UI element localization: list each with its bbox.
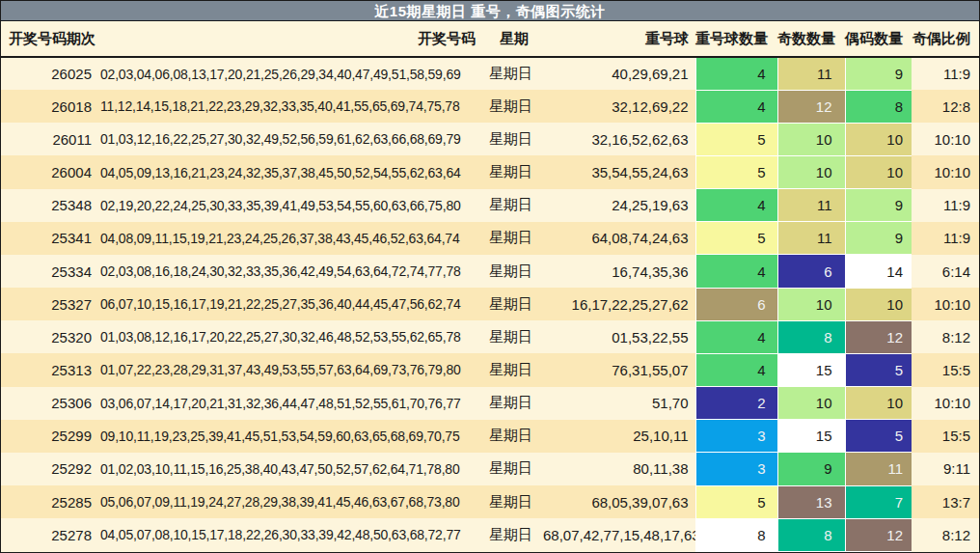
cell-period: 25306 [1, 387, 93, 420]
cell-weekday: 星期日 [483, 453, 543, 485]
cell-even-count: 10 [845, 288, 912, 320]
cell-odd-count: 11 [777, 222, 845, 255]
cell-odd-even-ratio: 10:10 [912, 288, 980, 320]
cell-odd-count: 15 [777, 420, 845, 453]
cell-repeat-balls: 32,16,52,62,63 [543, 123, 695, 155]
cell-period: 25278 [1, 518, 93, 551]
table-row: 25278 04,05,07,08,10,15,17,18,22,26,30,3… [1, 518, 980, 551]
cell-odd-even-ratio: 6:14 [912, 255, 980, 288]
cell-odd-count: 10 [777, 155, 845, 188]
cell-odd-count: 15 [777, 353, 845, 386]
cell-odd-count: 8 [777, 518, 845, 551]
cell-weekday: 星期日 [483, 123, 543, 155]
cell-repeat-count: 5 [695, 123, 777, 155]
cell-odd-count: 10 [777, 123, 845, 155]
cell-even-count: 5 [845, 420, 912, 453]
cell-odd-even-ratio: 15:5 [912, 420, 980, 453]
cell-even-count: 8 [845, 90, 912, 123]
cell-even-count: 7 [845, 485, 912, 518]
cell-odd-even-ratio: 15:5 [912, 353, 980, 386]
cell-weekday: 星期日 [483, 353, 543, 386]
cell-draw-numbers: 02,03,04,06,08,13,17,20,21,25,26,29,34,4… [93, 57, 483, 90]
table-row: 25292 01,02,03,10,11,15,16,25,38,40,43,4… [1, 453, 980, 485]
cell-repeat-balls: 24,25,19,63 [543, 189, 695, 222]
cell-weekday: 星期日 [483, 485, 543, 518]
col-header-weekday: 星期 [483, 21, 543, 57]
table-row: 26025 02,03,04,06,08,13,17,20,21,25,26,2… [1, 57, 980, 90]
table-row: 25334 02,03,08,16,18,24,30,32,33,35,36,4… [1, 255, 980, 288]
cell-even-count: 11 [845, 453, 912, 485]
cell-draw-numbers: 02,03,08,16,18,24,30,32,33,35,36,42,49,5… [93, 255, 483, 288]
cell-repeat-count: 6 [695, 288, 777, 320]
cell-period: 26025 [1, 57, 93, 90]
cell-period: 25292 [1, 453, 93, 485]
cell-period: 25348 [1, 189, 93, 222]
cell-even-count: 9 [845, 57, 912, 90]
cell-odd-even-ratio: 12:8 [912, 90, 980, 123]
cell-repeat-balls: 16,17,22,25,27,62 [543, 288, 695, 320]
cell-period: 25285 [1, 485, 93, 518]
cell-repeat-balls: 51,70 [543, 387, 695, 420]
cell-odd-count: 12 [777, 90, 845, 123]
cell-draw-numbers: 01,02,03,10,11,15,16,25,38,40,43,47,50,5… [93, 453, 483, 485]
col-header-odd-count: 奇数数量 [777, 21, 845, 57]
cell-repeat-count: 4 [695, 255, 777, 288]
cell-odd-even-ratio: 11:9 [912, 189, 980, 222]
cell-draw-numbers: 04,08,09,11,15,19,21,23,24,25,26,37,38,4… [93, 222, 483, 255]
cell-repeat-balls: 16,74,35,36 [543, 255, 695, 288]
cell-repeat-count: 2 [695, 387, 777, 420]
col-header-even-count: 偶码数量 [845, 21, 912, 57]
cell-even-count: 9 [845, 222, 912, 255]
cell-odd-even-ratio: 8:12 [912, 518, 980, 551]
cell-odd-even-ratio: 11:9 [912, 57, 980, 90]
cell-repeat-count: 4 [695, 90, 777, 123]
cell-weekday: 星期日 [483, 288, 543, 320]
cell-weekday: 星期日 [483, 90, 543, 123]
cell-weekday: 星期日 [483, 320, 543, 353]
cell-repeat-count: 4 [695, 57, 777, 90]
cell-repeat-balls: 76,31,55,07 [543, 353, 695, 386]
cell-period: 26004 [1, 155, 93, 188]
cell-repeat-balls: 40,29,69,21 [543, 57, 695, 90]
cell-draw-numbers: 11,12,14,15,18,21,22,23,29,32,33,35,40,4… [93, 90, 483, 123]
cell-weekday: 星期日 [483, 387, 543, 420]
table-row: 26011 01,03,12,16,22,25,27,30,32,49,52,5… [1, 123, 980, 155]
cell-repeat-count: 8 [695, 518, 777, 551]
table-row: 25327 06,07,10,15,16,17,19,21,22,25,27,3… [1, 288, 980, 320]
cell-odd-even-ratio: 11:9 [912, 222, 980, 255]
cell-draw-numbers: 02,19,20,22,24,25,30,33,35,39,41,49,53,5… [93, 189, 483, 222]
table-row: 25299 09,10,11,19,23,25,39,41,45,51,53,5… [1, 420, 980, 453]
cell-repeat-count: 5 [695, 155, 777, 188]
table-row: 25285 05,06,07,09,11,19,24,27,28,29,38,3… [1, 485, 980, 518]
table-row: 26018 11,12,14,15,18,21,22,23,29,32,33,3… [1, 90, 980, 123]
cell-period: 25334 [1, 255, 93, 288]
cell-even-count: 12 [845, 320, 912, 353]
table-row: 25306 03,06,07,14,17,20,21,31,32,36,44,4… [1, 387, 980, 420]
cell-period: 25313 [1, 353, 93, 386]
table-row: 26004 04,05,09,13,16,21,23,24,32,35,37,3… [1, 155, 980, 188]
cell-even-count: 14 [845, 255, 912, 288]
col-header-draw-numbers: 开奖号码 [93, 21, 483, 57]
table-row: 25341 04,08,09,11,15,19,21,23,24,25,26,3… [1, 222, 980, 255]
cell-even-count: 10 [845, 123, 912, 155]
cell-odd-even-ratio: 10:10 [912, 387, 980, 420]
col-header-repeat-balls: 重号球 [543, 21, 695, 57]
cell-repeat-count: 5 [695, 485, 777, 518]
cell-odd-even-ratio: 8:12 [912, 320, 980, 353]
col-header-repeat-count: 重号球数量 [695, 21, 777, 57]
cell-weekday: 星期日 [483, 518, 543, 551]
cell-even-count: 9 [845, 189, 912, 222]
cell-draw-numbers: 04,05,07,08,10,15,17,18,22,26,30,33,39,4… [93, 518, 483, 551]
cell-odd-count: 8 [777, 320, 845, 353]
col-header-period: 开奖号码期次 [1, 21, 93, 57]
cell-period: 25320 [1, 320, 93, 353]
cell-odd-count: 13 [777, 485, 845, 518]
cell-repeat-count: 3 [695, 453, 777, 485]
cell-repeat-balls: 35,54,55,24,63 [543, 155, 695, 188]
table-row: 25348 02,19,20,22,24,25,30,33,35,39,41,4… [1, 189, 980, 222]
cell-repeat-balls: 32,12,69,22 [543, 90, 695, 123]
cell-odd-count: 10 [777, 387, 845, 420]
cell-period: 25341 [1, 222, 93, 255]
cell-even-count: 10 [845, 155, 912, 188]
table-title: 近15期星期日 重号，奇偶图示统计 [1, 1, 979, 21]
